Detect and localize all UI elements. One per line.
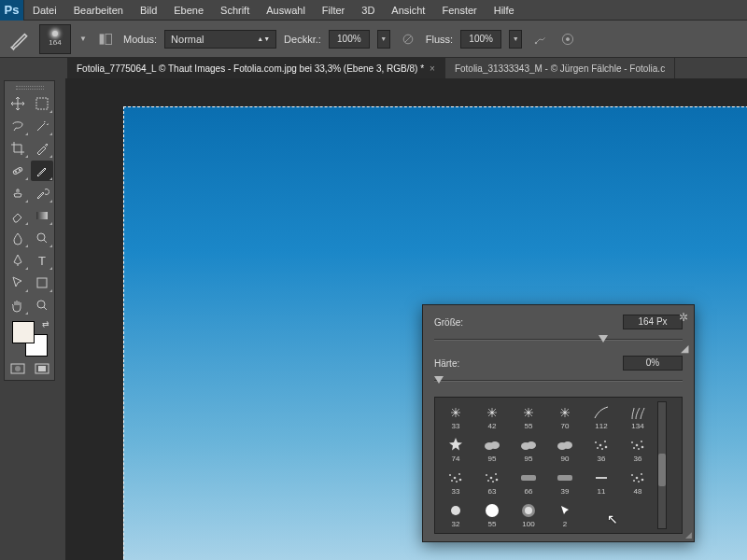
brush-preset[interactable] <box>621 499 655 529</box>
brush-preset[interactable]: 112 <box>585 401 618 431</box>
blur-tool[interactable] <box>7 228 29 248</box>
chevron-down-icon[interactable]: ▼ <box>78 24 88 54</box>
preset-size: 100 <box>522 520 534 529</box>
brush-preset[interactable]: 11 <box>585 467 618 497</box>
preset-size: 42 <box>488 422 497 431</box>
menu-fenster[interactable]: Fenster <box>433 0 485 21</box>
menu-schrift[interactable]: Schrift <box>212 0 258 21</box>
close-icon[interactable]: × <box>430 63 435 74</box>
healing-tool[interactable] <box>7 161 29 181</box>
brush-tool-icon[interactable] <box>7 27 32 51</box>
history-brush-tool[interactable] <box>31 183 53 203</box>
svg-point-29 <box>595 441 597 443</box>
lasso-tool[interactable] <box>7 116 29 136</box>
pressure-size-icon[interactable] <box>557 29 578 49</box>
airbrush-icon[interactable] <box>529 29 550 49</box>
move-tool[interactable] <box>7 93 29 114</box>
brush-preset[interactable]: 90 <box>548 434 582 464</box>
gear-icon[interactable]: ✲ <box>679 311 688 324</box>
blend-mode-select[interactable]: Normal▲▼ <box>164 30 276 49</box>
preset-preview-icon <box>624 511 652 529</box>
marquee-tool[interactable] <box>31 93 53 114</box>
scrollbar[interactable] <box>657 401 667 529</box>
preset-size: 33 <box>452 487 460 497</box>
pressure-opacity-icon[interactable] <box>398 29 418 49</box>
size-slider[interactable] <box>434 333 683 346</box>
text-tool[interactable]: T <box>31 250 53 271</box>
preset-preview-icon <box>478 469 506 487</box>
clone-tool[interactable] <box>7 183 29 203</box>
menu-ebene[interactable]: Ebene <box>165 0 212 21</box>
preset-size: 2 <box>563 520 567 529</box>
preset-preview-icon <box>442 403 470 422</box>
menu-bild[interactable]: Bild <box>132 0 165 21</box>
eyedropper-tool[interactable] <box>31 138 53 159</box>
preset-preview-icon <box>478 436 506 455</box>
brush-tool[interactable] <box>31 161 53 181</box>
hardness-slider[interactable] <box>434 374 683 387</box>
opacity-input[interactable]: 100% <box>329 30 370 49</box>
tab-active[interactable]: Fotolia_7775064_L © Thaut Images - Fotol… <box>67 58 445 78</box>
brush-preset[interactable]: 36 <box>585 434 618 464</box>
brush-preset[interactable]: 63 <box>475 467 509 497</box>
svg-point-58 <box>641 473 642 475</box>
brush-preset[interactable] <box>585 499 618 529</box>
brush-preset[interactable]: 55 <box>475 499 509 529</box>
brush-preset-picker[interactable]: 164 <box>39 24 71 54</box>
menu-bearbeiten[interactable]: Bearbeiten <box>65 0 132 21</box>
preset-preview-icon <box>514 469 543 487</box>
zoom-tool[interactable] <box>31 295 53 315</box>
eraser-tool[interactable] <box>7 205 29 226</box>
magic-wand-tool[interactable] <box>31 116 53 136</box>
brush-preset[interactable]: 95 <box>475 434 509 464</box>
svg-point-44 <box>451 480 453 482</box>
brush-preset[interactable]: 33 <box>439 467 472 497</box>
brush-preset[interactable]: 33 <box>439 401 472 431</box>
menu-hilfe[interactable]: Hilfe <box>486 0 523 21</box>
resize-handle-icon[interactable]: ◢ <box>685 530 692 539</box>
brush-preset[interactable]: 70 <box>548 401 582 431</box>
quickmask-icon[interactable] <box>7 360 29 377</box>
svg-point-57 <box>636 477 639 480</box>
tab-inactive[interactable]: Fotolia_31333343_M - © Jürgen Fälchle - … <box>445 58 675 78</box>
pen-tool[interactable] <box>7 250 29 271</box>
swap-colors-icon[interactable]: ⇄ <box>42 319 49 329</box>
size-input[interactable]: 164 Px <box>623 315 683 329</box>
flow-chevron-icon[interactable]: ▼ <box>509 30 522 49</box>
flow-input[interactable]: 100% <box>460 30 501 49</box>
brush-preset[interactable]: 100 <box>512 499 545 529</box>
menu-ansicht[interactable]: Ansicht <box>383 0 433 21</box>
brush-preset[interactable]: 32 <box>439 499 472 529</box>
brush-panel-toggle-icon[interactable] <box>95 29 116 49</box>
brush-preset[interactable]: 36 <box>621 434 655 464</box>
selection-tool[interactable] <box>7 273 29 293</box>
preset-size: 95 <box>525 455 533 464</box>
crop-tool[interactable] <box>7 138 29 159</box>
panel-handle[interactable] <box>7 84 51 91</box>
screenmode-icon[interactable] <box>31 360 53 377</box>
brush-preset[interactable]: 134 <box>621 401 655 431</box>
hardness-input[interactable]: 0% <box>623 356 683 371</box>
brush-preset[interactable]: 55 <box>512 401 545 431</box>
opacity-chevron-icon[interactable]: ▼ <box>377 30 390 49</box>
svg-point-61 <box>638 481 640 483</box>
hand-tool[interactable] <box>7 295 29 315</box>
brush-preset[interactable]: 39 <box>548 467 582 497</box>
flow-label: Fluss: <box>426 34 453 45</box>
brush-preset[interactable]: 95 <box>512 434 545 464</box>
brush-preset[interactable]: 42 <box>475 401 509 431</box>
menu-auswahl[interactable]: Auswahl <box>258 0 314 21</box>
dodge-tool[interactable] <box>31 228 53 248</box>
preset-size: 55 <box>525 422 533 431</box>
menu-filter[interactable]: Filter <box>314 0 353 21</box>
menu-3d[interactable]: 3D <box>353 0 383 21</box>
shape-tool[interactable] <box>31 273 53 293</box>
gradient-tool[interactable] <box>31 205 53 226</box>
brush-preset[interactable]: 2 <box>548 499 582 529</box>
menu-datei[interactable]: Datei <box>24 0 65 21</box>
foreground-swatch[interactable] <box>12 321 35 343</box>
color-swatches[interactable]: ⇄ <box>12 321 48 357</box>
brush-preset[interactable]: 66 <box>512 467 545 497</box>
brush-preset[interactable]: 48 <box>621 467 655 497</box>
brush-preset[interactable]: 74 <box>439 434 472 464</box>
